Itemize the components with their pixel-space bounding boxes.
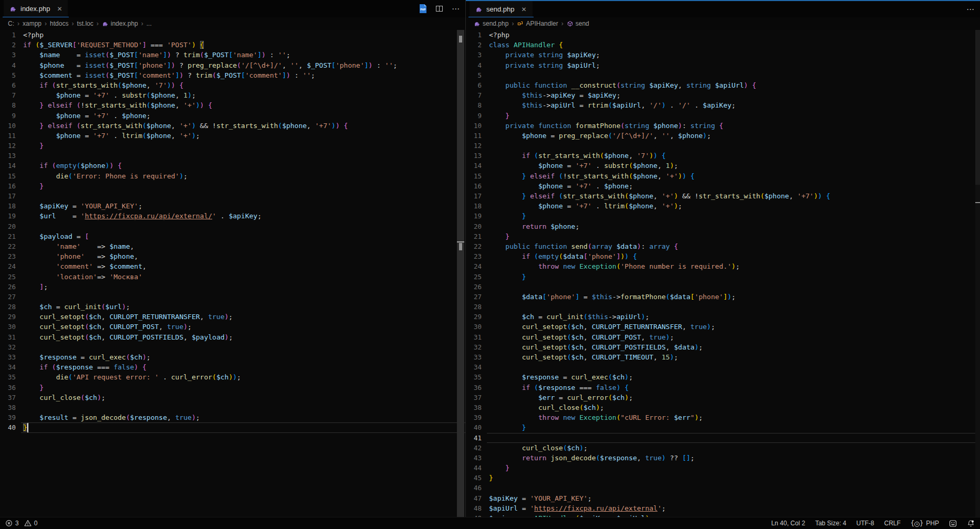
code-line[interactable]: 27 $data['phone'] = $this->formatPhone($… xyxy=(466,292,980,302)
code-line[interactable]: 18 $phone = '+7' . ltrim($phone, '+'); xyxy=(466,201,980,211)
code-line[interactable]: 23 if (empty($data['phone'])) { xyxy=(466,251,980,261)
code-line[interactable]: 22 'name' => $name, xyxy=(0,241,465,251)
code-line[interactable]: 12 xyxy=(466,141,980,151)
breadcrumb-item[interactable]: xampp xyxy=(23,20,41,27)
code-line[interactable]: 21 } xyxy=(466,231,980,241)
code-line[interactable]: 36 if ($response === false) { xyxy=(466,383,980,393)
code-line[interactable]: 25 'location'=> 'Москва' xyxy=(0,272,465,282)
indentation-indicator[interactable]: Tab Size: 4 xyxy=(815,520,846,527)
code-line[interactable]: 11 $phone = preg_replace('/[^\d+]/', '',… xyxy=(466,131,980,141)
code-line[interactable]: 1<?php xyxy=(466,30,980,40)
code-line[interactable]: 10 } elseif (str_starts_with($phone, '+'… xyxy=(0,121,465,131)
breadcrumb-item-file[interactable]: index.php xyxy=(102,20,138,27)
code-line[interactable]: 16 } xyxy=(0,181,465,191)
breadcrumb-item-method[interactable]: send xyxy=(567,20,589,27)
breadcrumb-item-symbol[interactable]: ... xyxy=(147,20,152,27)
code-line[interactable]: 20 return $phone; xyxy=(466,221,980,231)
code-line[interactable]: 47$apiKey = 'YOUR_API_KEY'; xyxy=(466,493,980,503)
code-line[interactable]: 5 $comment = isset($_POST['comment']) ? … xyxy=(0,70,465,80)
code-line[interactable]: 5 xyxy=(466,70,980,80)
code-line[interactable]: 16 $phone = '+7' . $phone; xyxy=(466,181,980,191)
close-icon[interactable]: ✕ xyxy=(522,6,527,13)
problems-indicator[interactable]: 3 0 xyxy=(5,520,37,527)
code-line[interactable]: 37 curl_close($ch); xyxy=(0,393,465,403)
code-line[interactable]: 49$api = new APIHandler($apiKey, $apiUrl… xyxy=(466,513,980,517)
code-line[interactable]: 31 curl_setopt($ch, CURLOPT_POSTFIELDS, … xyxy=(0,332,465,342)
code-line[interactable]: 2class APIHandler { xyxy=(466,40,980,50)
encoding-indicator[interactable]: UTF-8 xyxy=(857,520,874,527)
code-line[interactable]: 38 curl_close($ch); xyxy=(466,403,980,412)
code-line[interactable]: 33 curl_setopt($ch, CURLOPT_TIMEOUT, 15)… xyxy=(466,352,980,362)
code-line[interactable]: 4 private string $apiUrl; xyxy=(466,60,980,70)
code-line[interactable]: 8 } elseif (!str_starts_with($phone, '+'… xyxy=(0,100,465,110)
code-line[interactable]: 13 xyxy=(0,151,465,161)
close-icon[interactable]: ✕ xyxy=(57,5,62,13)
code-line[interactable]: 9 } xyxy=(466,111,980,121)
code-line[interactable]: 19 $url = 'https://fixcpa.ru/api/externa… xyxy=(0,211,465,221)
code-line[interactable]: 30 curl_setopt($ch, CURLOPT_RETURNTRANSF… xyxy=(466,322,980,332)
split-editor-icon[interactable] xyxy=(435,5,443,13)
code-line[interactable]: 26 ]; xyxy=(0,282,465,292)
code-line[interactable]: 18 $apiKey = 'YOUR_API_KEY'; xyxy=(0,201,465,211)
code-editor-right[interactable]: 1<?php2class APIHandler {3 private strin… xyxy=(466,30,980,517)
code-line[interactable]: 3 private string $apiKey; xyxy=(466,50,980,60)
code-line[interactable]: 28 xyxy=(466,302,980,312)
language-mode-indicator[interactable]: {✕} PHP xyxy=(911,520,939,527)
breadcrumb-item[interactable]: C: xyxy=(8,20,14,27)
code-line[interactable]: 33 $response = curl_exec($ch); xyxy=(0,352,465,362)
code-line[interactable]: 24 'comment' => $comment, xyxy=(0,261,465,271)
code-line[interactable]: 27 xyxy=(0,292,465,302)
code-line[interactable]: 37 $err = curl_error($ch); xyxy=(466,393,980,403)
code-line[interactable]: 11 $phone = '+7' . ltrim($phone, '+'); xyxy=(0,131,465,141)
code-line[interactable]: 39 throw new Exception("cURL Error: $err… xyxy=(466,412,980,422)
code-line[interactable]: 40} xyxy=(0,422,465,432)
code-line[interactable]: 24 throw new Exception('Phone number is … xyxy=(466,261,980,271)
code-line[interactable]: 38 xyxy=(0,403,465,412)
code-line[interactable]: 3 $name = isset($_POST['name']) ? trim($… xyxy=(0,50,465,60)
notifications-bell-icon[interactable] xyxy=(967,520,975,527)
scrollbar-overview-ruler-left[interactable] xyxy=(457,30,464,517)
code-line[interactable]: 29 $ch = curl_init($this->apiUrl); xyxy=(466,312,980,322)
more-actions-icon[interactable]: ⋯ xyxy=(452,5,460,13)
code-line[interactable]: 8 $this->apiUrl = rtrim($apiUrl, '/') . … xyxy=(466,100,980,110)
code-line[interactable]: 46 xyxy=(466,483,980,493)
code-line[interactable]: 48$apiUrl = 'https://fixcpa.ru/api/exter… xyxy=(466,503,980,513)
code-line[interactable]: 23 'phone' => $phone, xyxy=(0,251,465,261)
code-line[interactable]: 21 $payload = [ xyxy=(0,231,465,241)
code-line[interactable]: 7 $this->apiKey = $apiKey; xyxy=(466,90,980,100)
app-grid-icon[interactable] xyxy=(949,520,957,527)
code-line[interactable]: 14 if (empty($phone)) { xyxy=(0,161,465,171)
scrollbar-overview-ruler-right[interactable] xyxy=(975,30,980,517)
code-line[interactable]: 28 $ch = curl_init($url); xyxy=(0,302,465,312)
code-line[interactable]: 26 xyxy=(466,282,980,292)
code-line[interactable]: 6 public function __construct(string $ap… xyxy=(466,80,980,90)
code-line[interactable]: 22 public function send(array $data): ar… xyxy=(466,241,980,251)
code-line[interactable]: 17 xyxy=(0,191,465,201)
code-line[interactable]: 6 if (str_starts_with($phone, '7')) { xyxy=(0,80,465,90)
code-line[interactable]: 14 $phone = '+7' . substr($phone, 1); xyxy=(466,161,980,171)
code-line[interactable]: 41 xyxy=(466,433,980,443)
code-line[interactable]: 2if ($_SERVER['REQUEST_METHOD'] === 'POS… xyxy=(0,40,465,50)
code-line[interactable]: 7 $phone = '+7' . substr($phone, 1); xyxy=(0,90,465,100)
code-line[interactable]: 30 curl_setopt($ch, CURLOPT_POST, true); xyxy=(0,322,465,332)
code-line[interactable]: 45} xyxy=(466,473,980,483)
php-run-icon[interactable]: PHP xyxy=(419,4,427,13)
tab-send-php[interactable]: send.php ✕ xyxy=(470,1,533,17)
code-line[interactable]: 36 } xyxy=(0,383,465,393)
breadcrumb-item[interactable]: htdocs xyxy=(50,20,68,27)
code-line[interactable]: 35 die('API request error: ' . curl_erro… xyxy=(0,372,465,382)
code-line[interactable]: 13 if (str_starts_with($phone, '7')) { xyxy=(466,151,980,161)
breadcrumb-item-class[interactable]: APIHandler xyxy=(517,20,558,27)
code-line[interactable]: 10 private function formatPhone(string $… xyxy=(466,121,980,131)
code-line[interactable]: 25 } xyxy=(466,272,980,282)
more-actions-icon[interactable]: ⋯ xyxy=(966,5,975,13)
code-line[interactable]: 15 die('Error: Phone is required'); xyxy=(0,171,465,181)
code-line[interactable]: 42 curl_close($ch); xyxy=(466,443,980,453)
code-line[interactable]: 12 } xyxy=(0,141,465,151)
code-line[interactable]: 32 curl_setopt($ch, CURLOPT_POSTFIELDS, … xyxy=(466,342,980,352)
eol-indicator[interactable]: CRLF xyxy=(884,520,901,527)
code-line[interactable]: 15 } elseif (!str_starts_with($phone, '+… xyxy=(466,171,980,181)
code-line[interactable]: 39 $result = json_decode($response, true… xyxy=(0,412,465,422)
code-line[interactable]: 9 $phone = '+7' . $phone; xyxy=(0,111,465,121)
code-line[interactable]: 19 } xyxy=(466,211,980,221)
